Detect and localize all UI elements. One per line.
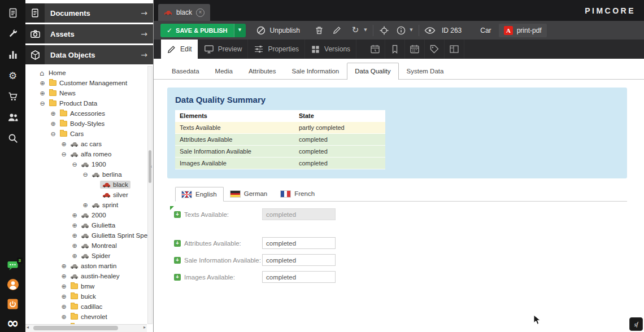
print-pdf-button[interactable]: A print-pdf — [499, 24, 547, 37]
panel-documents[interactable]: Documents → — [25, 3, 153, 23]
file-icon[interactable] — [7, 7, 19, 19]
expand-icon[interactable]: ⊕ — [60, 141, 68, 148]
rename-icon[interactable] — [330, 24, 344, 37]
customers-icon[interactable] — [7, 111, 19, 124]
language-tab-german[interactable]: German — [224, 186, 275, 201]
tools-icon[interactable] — [7, 28, 19, 40]
tab-sale-information[interactable]: Sale Information — [284, 63, 347, 79]
expand-icon[interactable]: ⊕ — [60, 303, 68, 311]
tree-item-austin-healey[interactable]: ⊕austin-healey — [25, 271, 147, 281]
expand-icon[interactable]: ⊕ — [81, 202, 89, 209]
editbar-tab-edit[interactable]: Edit — [161, 40, 198, 59]
tree-item-1900[interactable]: ⊖1900 — [25, 159, 147, 169]
save-options-dropdown-icon[interactable]: ▼ — [234, 24, 246, 37]
language-tab-french[interactable]: French — [274, 186, 321, 201]
scroll-left-icon[interactable]: ◂ — [27, 325, 29, 330]
tab-data-quality[interactable]: Data Quality — [347, 63, 398, 80]
tree-item-berlina[interactable]: ⊖berlina — [25, 169, 147, 180]
tree-item-ac-cars[interactable]: ⊕ac cars — [25, 139, 147, 149]
tree-item-buick[interactable]: ⊕buick — [25, 291, 147, 302]
layout-icon[interactable] — [445, 40, 464, 59]
expand-icon[interactable]: ⊕ — [38, 80, 46, 87]
scroll-right-icon[interactable]: ▸ — [143, 325, 146, 330]
collapse-icon[interactable]: ⊖ — [60, 151, 68, 158]
tab-media[interactable]: Media — [207, 63, 241, 79]
tree-item-news[interactable]: ⊕News — [25, 88, 147, 98]
tree-item-product-data[interactable]: ⊖Product Data — [25, 98, 147, 108]
tree-item-body-styles[interactable]: ⊕Body-Styles — [25, 119, 147, 129]
save-publish-button[interactable]: ✓ SAVE & PUBLISH — [160, 24, 234, 37]
language-tab-english[interactable]: English — [175, 187, 224, 202]
tree-item-2000[interactable]: ⊕2000 — [25, 210, 147, 220]
tree-item-silver[interactable]: silver — [25, 190, 147, 200]
tree-item-cars[interactable]: ⊖Cars — [25, 129, 147, 139]
input-attributes-available[interactable] — [262, 237, 336, 249]
panel-data-objects[interactable]: Data Objects → — [25, 45, 153, 64]
expand-icon[interactable]: ⊕ — [71, 222, 79, 229]
symfony-toolbar-badge[interactable]: sf — [629, 317, 643, 331]
tree-item-sprint[interactable]: ⊕sprint — [25, 200, 147, 210]
tree-item-giulietta[interactable]: ⊕Giulietta — [25, 220, 147, 230]
editbar-tab-versions[interactable]: Versions — [305, 40, 356, 59]
expand-icon[interactable]: ⊕ — [71, 232, 79, 239]
tab-system-data[interactable]: System Data — [399, 63, 452, 79]
expand-icon[interactable]: ⊕ — [60, 293, 68, 300]
tree-item-chevrolet[interactable]: ⊕chevrolet — [25, 312, 147, 322]
tree-vertical-scrollbar[interactable] — [147, 66, 153, 324]
tree-item-spider[interactable]: ⊕Spider — [25, 251, 147, 261]
document-tab-black[interactable]: black × — [158, 4, 210, 21]
reload-dropdown-icon[interactable]: ▼ — [362, 28, 369, 32]
info-dropdown-icon[interactable]: ▼ — [408, 28, 415, 32]
tree-item-giulietta-sprint-specia[interactable]: ⊕Giulietta Sprint Specia… — [25, 230, 147, 241]
bookmark-icon[interactable] — [385, 40, 405, 59]
collapse-icon[interactable]: ⊖ — [71, 161, 79, 168]
expand-icon[interactable]: ⊕ — [60, 313, 68, 321]
unpublish-button[interactable]: Unpublish — [251, 25, 304, 36]
collapse-icon[interactable]: ⊖ — [38, 100, 46, 107]
expand-icon[interactable]: ⊕ — [38, 90, 46, 97]
settings-icon[interactable]: ⚙ — [7, 69, 19, 82]
editbar-tab-properties[interactable]: Properties — [248, 40, 305, 59]
expand-icon[interactable]: ⊕ — [71, 242, 79, 250]
tree-item-bmw[interactable]: ⊕bmw — [25, 281, 147, 291]
tree-item-cadillac[interactable]: ⊕cadillac — [25, 302, 147, 312]
expand-icon[interactable]: ⊕ — [49, 110, 57, 117]
tag-icon[interactable] — [425, 40, 445, 59]
expand-icon[interactable]: ⊕ — [71, 252, 79, 260]
tree-item-black[interactable]: black — [25, 180, 147, 190]
panel-assets[interactable]: Assets → — [25, 24, 153, 43]
tab-basedata[interactable]: Basedata — [164, 63, 207, 79]
expand-icon[interactable]: ⊕ — [49, 120, 57, 128]
tree-item-accessories[interactable]: ⊕Accessories — [25, 108, 147, 119]
delete-icon[interactable] — [312, 24, 326, 37]
collapse-icon[interactable]: ⊖ — [49, 130, 57, 138]
expand-icon[interactable]: ⊕ — [60, 273, 68, 280]
search-icon[interactable] — [7, 132, 19, 145]
scrollbar-thumb[interactable] — [33, 326, 118, 330]
collapse-icon[interactable]: ⊖ — [81, 171, 89, 178]
tab-attributes[interactable]: Attributes — [241, 63, 284, 79]
sidebar-collapse-handle[interactable]: ‹ — [149, 158, 154, 175]
logout-icon[interactable] — [7, 298, 19, 310]
info-icon[interactable] — [394, 24, 408, 37]
reports-icon[interactable] — [7, 49, 19, 61]
input-images-available[interactable] — [262, 271, 336, 283]
expand-icon[interactable]: ⊕ — [60, 283, 68, 290]
ecommerce-icon[interactable] — [7, 90, 19, 103]
user-profile-icon[interactable] — [7, 278, 19, 291]
tree-item-montreal[interactable]: ⊕Montreal — [25, 241, 147, 251]
close-icon[interactable]: × — [196, 8, 204, 17]
expand-icon[interactable]: ⊕ — [71, 212, 79, 219]
tree-item-aston-martin[interactable]: ⊕aston martin — [25, 261, 147, 271]
preview-eye-icon[interactable] — [423, 24, 437, 37]
input-sale-information-available[interactable] — [262, 254, 336, 266]
calendar-icon[interactable] — [405, 40, 425, 59]
notifications-icon[interactable]: 3 — [7, 260, 19, 271]
locate-in-tree-icon[interactable] — [377, 24, 391, 37]
schedule-icon[interactable] — [365, 40, 385, 59]
reload-icon[interactable]: ↻ — [349, 24, 362, 37]
tree-item-home[interactable]: ⌂Home — [25, 68, 147, 78]
expand-icon[interactable]: ⊕ — [60, 263, 68, 270]
tree-horizontal-scrollbar[interactable]: ◂ ▸ — [25, 324, 147, 332]
tree-item-alfa-romeo[interactable]: ⊖alfa romeo — [25, 149, 147, 159]
